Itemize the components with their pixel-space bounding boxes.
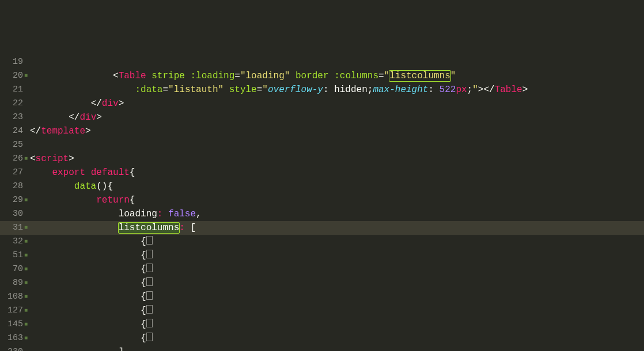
- code-content[interactable]: ],: [30, 345, 644, 351]
- folded-region-icon[interactable]: [146, 333, 153, 341]
- token: ": [285, 71, 290, 81]
- token: </: [30, 126, 41, 136]
- fold-marker[interactable]: ■: [24, 262, 30, 276]
- folded-region-icon[interactable]: [146, 319, 153, 327]
- code-line[interactable]: 31■ listcolumns: [: [0, 221, 644, 235]
- fold-marker[interactable]: ■: [24, 221, 30, 235]
- code-line[interactable]: 25: [0, 138, 644, 152]
- fold-marker[interactable]: ■: [24, 304, 30, 318]
- token: </: [483, 85, 494, 95]
- code-content[interactable]: {: [30, 249, 644, 262]
- code-line[interactable]: 145■ {: [0, 318, 644, 331]
- token: div: [79, 112, 96, 123]
- code-line[interactable]: 28 data(){: [0, 180, 644, 193]
- code-content[interactable]: <script>: [30, 152, 644, 166]
- line-number: 21: [0, 83, 24, 97]
- line-number: 27: [0, 166, 24, 180]
- token: =: [378, 71, 384, 81]
- token: [30, 264, 141, 274]
- code-line[interactable]: 89■ {: [0, 276, 644, 290]
- fold-marker[interactable]: ■: [24, 290, 30, 304]
- token: border: [296, 71, 329, 81]
- code-line[interactable]: 30 loading: false,: [0, 207, 644, 221]
- line-number: 163: [0, 331, 24, 345]
- token: [30, 319, 141, 330]
- token: [30, 223, 119, 233]
- code-line[interactable]: 51■ {: [0, 249, 644, 262]
- code-line[interactable]: 32■ {: [0, 235, 644, 249]
- token: [30, 347, 119, 351]
- code-line[interactable]: 22 </div>: [0, 97, 644, 110]
- code-line[interactable]: 20■ <Table stripe :loading="loading" bor…: [0, 69, 644, 83]
- code-line[interactable]: 24</template>: [0, 124, 644, 138]
- folded-region-icon[interactable]: [146, 236, 153, 245]
- code-line[interactable]: 230 ],: [0, 345, 644, 351]
- code-line[interactable]: 108■ {: [0, 290, 644, 304]
- fold-marker[interactable]: ■: [24, 69, 30, 83]
- fold-marker[interactable]: ■: [24, 331, 30, 345]
- token: [30, 85, 135, 95]
- line-number: 26: [0, 152, 24, 166]
- code-content[interactable]: :data="listauth" style="overflow-y: hidd…: [30, 83, 644, 97]
- code-content[interactable]: {: [30, 276, 644, 290]
- code-content[interactable]: {: [30, 262, 644, 276]
- folded-region-icon[interactable]: [146, 291, 153, 300]
- fold-marker[interactable]: ■: [24, 318, 30, 331]
- token: export: [52, 167, 85, 178]
- code-content[interactable]: export default{: [30, 166, 644, 180]
- fold-marker[interactable]: ■: [24, 249, 30, 262]
- line-number: 20: [0, 69, 24, 83]
- code-content[interactable]: return{: [30, 193, 644, 207]
- token: </: [69, 112, 79, 123]
- folded-region-icon[interactable]: [146, 277, 153, 286]
- code-content[interactable]: {: [30, 290, 644, 304]
- code-line[interactable]: 163■ {: [0, 331, 644, 345]
- folded-region-icon[interactable]: [146, 264, 153, 272]
- code-editor[interactable]: 1920■ <Table stripe :loading="loading" b…: [0, 55, 644, 351]
- folded-region-icon[interactable]: [146, 250, 153, 258]
- code-content[interactable]: {: [30, 331, 644, 345]
- line-number: 51: [0, 249, 24, 262]
- token: =: [257, 85, 263, 95]
- fold-marker[interactable]: ■: [24, 235, 30, 249]
- code-line[interactable]: 29■ return{: [0, 193, 644, 207]
- code-content[interactable]: </div>: [30, 110, 644, 124]
- code-content[interactable]: data(){: [30, 180, 644, 193]
- code-content[interactable]: </div>: [30, 97, 644, 110]
- code-content[interactable]: {: [30, 304, 644, 318]
- code-line[interactable]: 21 :data="listauth" style="overflow-y: h…: [0, 83, 644, 97]
- token: <: [113, 71, 119, 81]
- fold-marker[interactable]: ■: [24, 193, 30, 207]
- code-line[interactable]: 27 export default{: [0, 166, 644, 180]
- token: ": [240, 71, 246, 81]
- code-content[interactable]: {: [30, 235, 644, 249]
- code-line[interactable]: 127■ {: [0, 304, 644, 318]
- folded-region-icon[interactable]: [146, 305, 153, 314]
- fold-marker[interactable]: ■: [24, 276, 30, 290]
- token: [30, 71, 113, 81]
- code-content[interactable]: {: [30, 318, 644, 331]
- token: px: [456, 85, 467, 95]
- code-line[interactable]: 70■ {: [0, 262, 644, 276]
- code-line[interactable]: 19: [0, 55, 644, 69]
- code-line[interactable]: 23 </div>: [0, 110, 644, 124]
- code-content[interactable]: </template>: [30, 124, 644, 138]
- line-number: 25: [0, 138, 24, 152]
- token: :columns: [334, 71, 378, 81]
- token: listcolumns: [389, 71, 450, 81]
- token: {: [141, 333, 146, 344]
- code-content[interactable]: loading: false,: [30, 207, 644, 221]
- token: [162, 209, 168, 219]
- token: </: [91, 98, 102, 109]
- code-content[interactable]: listcolumns: [: [30, 221, 644, 235]
- code-line[interactable]: 26■<script>: [0, 152, 644, 166]
- fold-marker[interactable]: ■: [24, 152, 30, 166]
- token: style: [229, 85, 257, 95]
- token: [85, 167, 91, 178]
- token: <: [30, 154, 36, 164]
- token: false: [168, 209, 196, 219]
- code-content[interactable]: <Table stripe :loading="loading" border …: [30, 69, 644, 83]
- token: {: [141, 236, 146, 247]
- token: {: [141, 319, 146, 330]
- token: 522: [440, 85, 456, 95]
